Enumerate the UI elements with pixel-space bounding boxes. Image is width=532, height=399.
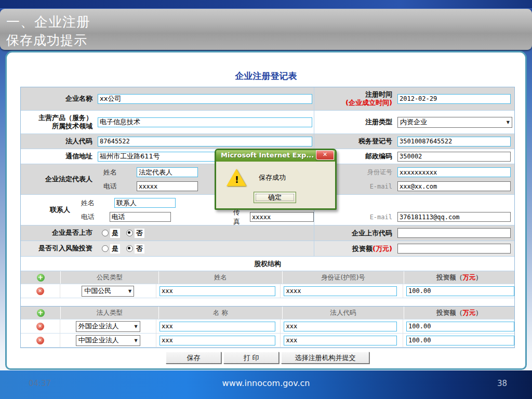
row-product: 主营产品（服务） 所属技术领域 注册类型 内资企业 ▼ <box>21 111 514 134</box>
venture-radio-group: 是 否 <box>98 244 151 254</box>
legal-code-input[interactable] <box>284 322 397 331</box>
dialog-message: 保存成功 <box>259 173 286 182</box>
citizen-table-header: + 公民类型 姓名 身份证(护照)号 投资额（万元） <box>21 271 514 284</box>
dialog-body: ! 保存成功 确定 <box>216 162 335 206</box>
venture-yes-radio[interactable] <box>102 245 109 252</box>
reg-type-select[interactable]: 内资企业 ▼ <box>397 117 512 128</box>
legal-code-input[interactable] <box>98 137 312 147</box>
citizen-name-input[interactable] <box>159 286 275 296</box>
footer-page-number: 38 <box>497 379 507 388</box>
listed-code-label: 企业上市代码 <box>314 229 397 237</box>
invest-unit: (万元) <box>373 245 392 252</box>
company-name-input[interactable] <box>98 94 312 104</box>
registration-form: 企业名称 注册时间 (企业成立时间) 主营产品（服务） 所属技术领域 <box>20 87 515 364</box>
reg-time-label: 注册时间 (企业成立时间) <box>314 90 397 107</box>
table-gap <box>21 298 514 307</box>
legal-rep-phone-label: 电话 <box>98 182 137 191</box>
contact-email-label: E-mail <box>314 214 397 221</box>
venture-label: 是否引入风险投资 <box>21 244 98 252</box>
legal-name-input[interactable] <box>159 322 275 331</box>
ok-button[interactable]: 确定 <box>254 192 296 203</box>
legal-amount-input[interactable] <box>406 322 514 331</box>
address-label: 通信地址 <box>21 152 98 161</box>
venture-yes-label[interactable]: 是 <box>110 244 120 254</box>
legal-table-row: ✕ 中国企业法人 ▼ <box>21 334 514 348</box>
product-label: 主营产品（服务） 所属技术领域 <box>21 114 98 131</box>
listed-yes-radio[interactable] <box>102 230 109 236</box>
chevron-down-icon: ▼ <box>132 338 140 343</box>
citizen-amount-input[interactable] <box>406 286 514 296</box>
row-legal-code: 法人代码 税务登记号 <box>21 134 514 149</box>
contact-fax-label: 传真 <box>233 208 245 227</box>
contact-label: 联系人 <box>21 206 75 214</box>
slide-subtitle: 保存成功提示 <box>6 32 87 49</box>
legal-type-select[interactable]: 中国企业法人 ▼ <box>76 335 140 346</box>
contact-email-input[interactable] <box>397 212 511 222</box>
delete-row-icon[interactable]: ✕ <box>36 287 44 295</box>
chevron-down-icon: ▼ <box>126 289 134 294</box>
chevron-down-icon: ▼ <box>132 324 140 329</box>
legal-rep-label: 企业法定代表人 <box>21 175 98 183</box>
listed-code-input[interactable] <box>397 228 511 238</box>
contact-phone-input[interactable] <box>110 212 171 222</box>
listed-radio-group: 是 否 <box>98 229 151 238</box>
legal-table-row: ✕ 外国企业法人 ▼ <box>21 320 514 334</box>
save-button[interactable]: 保存 <box>166 352 221 364</box>
delete-row-icon[interactable]: ✕ <box>36 337 44 344</box>
legal-code-input[interactable] <box>284 336 397 345</box>
listed-label: 企业是否上市 <box>21 229 98 237</box>
listed-yes-label[interactable]: 是 <box>110 229 120 238</box>
legal-amount-header: 投资额（万元） <box>404 307 514 319</box>
add-row-icon[interactable]: + <box>37 309 45 317</box>
legal-rep-phone-input[interactable] <box>137 181 198 191</box>
reg-type-value: 内资企业 <box>400 117 504 127</box>
reg-time-note: (企业成立时间) <box>345 99 392 107</box>
product-input[interactable] <box>98 117 312 127</box>
invest-input[interactable] <box>397 244 511 254</box>
contact-name-input[interactable] <box>114 198 176 208</box>
legal-rep-id-input[interactable] <box>397 167 511 177</box>
page-title: 企业注册登记表 <box>7 70 525 82</box>
legal-type-select[interactable]: 外国企业法人 ▼ <box>76 321 140 332</box>
citizen-type-select[interactable]: 中国公民 ▼ <box>82 286 134 297</box>
reg-time-input[interactable] <box>397 94 511 104</box>
legal-type-header: 法人类型 <box>61 307 159 319</box>
warning-icon: ! <box>227 169 247 188</box>
contact-phone-label: 电话 <box>75 212 110 222</box>
equity-section-title: 股权结构 <box>21 257 514 271</box>
contact-fax-input[interactable] <box>250 212 314 222</box>
citizen-id-header: 身份证(护照)号 <box>283 271 404 284</box>
company-name-label: 企业名称 <box>21 95 98 103</box>
slide-title: 一、企业注册 <box>6 13 90 31</box>
print-button[interactable]: 打 印 <box>223 352 279 364</box>
citizen-name-header: 姓名 <box>159 271 283 284</box>
legal-code-label: 法人代码 <box>21 137 98 145</box>
alert-dialog: Microsoft Internet Exp... ✕ ! 保存成功 确定 <box>215 149 337 210</box>
close-icon[interactable]: ✕ <box>316 150 334 160</box>
legal-rep-email-input[interactable] <box>397 181 511 191</box>
legal-code-header: 法人代码 <box>283 307 404 319</box>
legal-name-input[interactable] <box>159 336 275 345</box>
citizen-id-input[interactable] <box>284 286 397 296</box>
submit-button[interactable]: 选择注册机构并提交 <box>281 352 369 364</box>
legal-amount-input[interactable] <box>406 336 514 345</box>
slide-footer: 04:37 www.innocom.gov.cn 38 <box>0 370 532 399</box>
postcode-input[interactable] <box>397 152 511 162</box>
legal-rep-name-label: 姓名 <box>98 168 137 177</box>
row-listed: 企业是否上市 是 否 企业上市代码 <box>21 225 514 241</box>
chevron-down-icon: ▼ <box>504 120 512 125</box>
listed-no-radio[interactable] <box>126 230 133 236</box>
venture-no-label[interactable]: 否 <box>135 244 144 254</box>
delete-row-icon[interactable]: ✕ <box>36 323 44 330</box>
tax-no-input[interactable] <box>397 137 511 147</box>
tax-no-label: 税务登记号 <box>314 137 397 145</box>
venture-no-radio[interactable] <box>126 245 133 252</box>
action-buttons: 保存 打 印 选择注册机构并提交 <box>20 352 515 364</box>
row-company-name: 企业名称 注册时间 (企业成立时间) <box>21 87 514 111</box>
top-navy-bar <box>0 0 532 9</box>
listed-no-label[interactable]: 否 <box>135 229 144 238</box>
add-row-icon[interactable]: + <box>37 274 45 282</box>
legal-rep-name-input[interactable] <box>137 167 198 177</box>
citizen-type-header: 公民类型 <box>61 271 159 284</box>
legal-name-header: 名 称 <box>159 307 283 319</box>
